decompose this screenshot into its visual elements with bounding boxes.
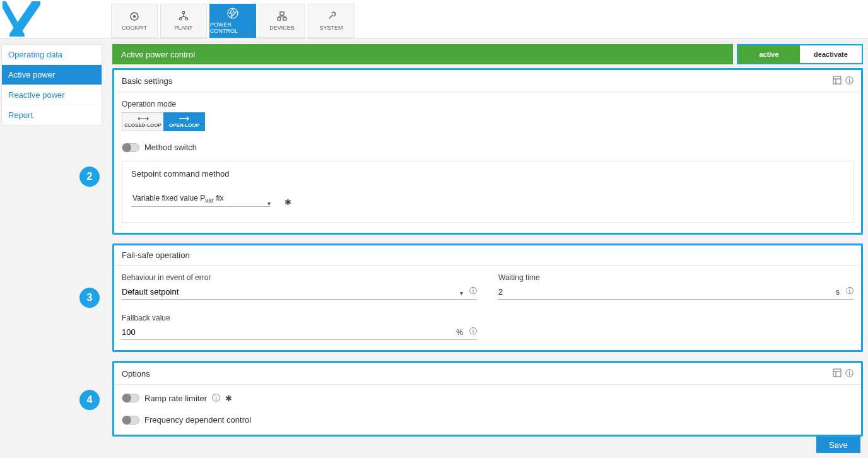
panel-title-text: Options <box>122 369 150 379</box>
loop-icon <box>137 115 150 122</box>
freq-dependent-label: Frequency dependent control <box>144 415 251 425</box>
target-icon <box>129 11 140 22</box>
svg-rect-7 <box>278 18 281 20</box>
svg-point-2 <box>182 11 185 14</box>
info-icon[interactable]: ⓘ <box>845 75 853 86</box>
panel-basic-settings: Basic settings ⓘ Operation mode CLOSED-L… <box>112 68 863 235</box>
svg-point-1 <box>133 15 135 17</box>
ramp-rate-toggle[interactable] <box>122 394 139 402</box>
freq-dependent-toggle[interactable] <box>122 416 139 425</box>
sidenav-active-power[interactable]: Active power <box>2 65 102 85</box>
svg-point-4 <box>185 18 188 20</box>
devices-icon <box>276 11 288 22</box>
tab-label: COCKPIT <box>122 25 147 31</box>
closed-loop-button[interactable]: CLOSED-LOOP <box>122 112 163 131</box>
activation-active[interactable]: active <box>738 45 800 63</box>
chevron-down-icon: ▾ <box>460 290 463 297</box>
activation-deactivate[interactable]: deactivate <box>800 45 862 63</box>
info-icon[interactable]: ⓘ <box>469 326 477 337</box>
tab-devices[interactable]: DEVICES <box>259 4 305 38</box>
fallback-value-input[interactable] <box>122 327 452 337</box>
svg-rect-10 <box>833 369 841 377</box>
sidenav-report[interactable]: Report <box>2 105 102 125</box>
setpoint-method-title: Setpoint command method <box>131 169 844 179</box>
svg-rect-8 <box>283 18 286 20</box>
brand-logo <box>0 0 111 38</box>
operation-mode-label: Operation mode <box>122 100 853 109</box>
tree-icon <box>178 11 189 22</box>
behaviour-label: Behaviour in event of error <box>122 273 477 282</box>
setpoint-method-box: Setpoint command method Variable fixed v… <box>122 161 853 223</box>
activation-toggle[interactable]: active deactivate <box>737 44 863 64</box>
page-title: Active power control <box>121 50 195 59</box>
arrow-right-icon <box>178 115 191 122</box>
tab-label: PLANT <box>174 25 192 31</box>
annotation-2: 2 <box>79 167 100 187</box>
power-icon <box>227 8 238 19</box>
panel-title-text: Basic settings <box>122 76 172 86</box>
layout-icon[interactable] <box>833 368 842 379</box>
side-nav: Operating data Active power Reactive pow… <box>1 44 102 126</box>
gear-icon[interactable]: ✱ <box>225 394 232 403</box>
page-title-bar: Active power control <box>112 44 733 64</box>
wrench-icon <box>326 11 337 22</box>
info-icon[interactable]: ⓘ <box>845 368 853 379</box>
method-switch-toggle[interactable] <box>122 143 139 152</box>
sidenav-operating-data[interactable]: Operating data <box>2 45 102 65</box>
panel-title-text: Fail-safe operation <box>122 250 190 260</box>
sidenav-reactive-power[interactable]: Reactive power <box>2 85 102 105</box>
open-loop-button[interactable]: OPEN-LOOP <box>163 112 205 131</box>
info-icon[interactable]: ⓘ <box>846 286 853 297</box>
tab-label: DEVICES <box>269 25 295 31</box>
annotation-3: 3 <box>79 288 100 308</box>
svg-point-3 <box>179 18 182 20</box>
info-icon[interactable]: ⓘ <box>212 392 220 404</box>
gear-icon[interactable]: ✱ <box>284 197 291 207</box>
tab-label: SYSTEM <box>319 25 343 31</box>
waiting-time-label: Waiting time <box>498 273 853 282</box>
svg-rect-6 <box>280 12 284 15</box>
panel-fail-safe: Fail-safe operation Behaviour in event o… <box>112 244 863 352</box>
method-switch-label: Method switch <box>144 143 197 152</box>
panel-options: Options ⓘ Ramp rate limiter ⓘ ✱ Frequenc… <box>112 361 863 437</box>
behaviour-select[interactable] <box>122 287 456 297</box>
tab-power-control[interactable]: POWER CONTROL <box>209 4 256 38</box>
tab-plant[interactable]: PLANT <box>160 4 207 38</box>
fallback-value-label: Fallback value <box>122 314 477 322</box>
ramp-rate-label: Ramp rate limiter <box>144 394 207 403</box>
info-icon[interactable]: ⓘ <box>469 286 477 297</box>
waiting-time-unit: s <box>836 288 840 297</box>
svg-rect-9 <box>833 76 841 84</box>
tab-label: POWER CONTROL <box>210 21 255 34</box>
setpoint-method-select[interactable]: Variable fixed value Pvar fix <box>131 192 270 207</box>
tab-cockpit[interactable]: COCKPIT <box>111 4 158 38</box>
fallback-value-unit: % <box>456 328 463 337</box>
save-button[interactable]: Save <box>816 437 860 453</box>
layout-icon[interactable] <box>833 76 842 86</box>
tab-system[interactable]: SYSTEM <box>308 4 355 38</box>
waiting-time-input[interactable] <box>498 287 832 297</box>
annotation-4: 4 <box>79 390 100 410</box>
